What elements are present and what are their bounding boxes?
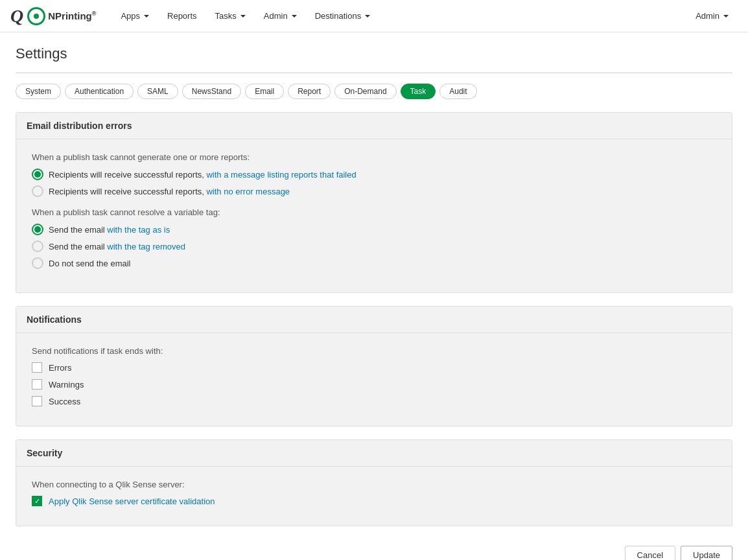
nav-item-admin[interactable]: Admin	[255, 0, 306, 32]
radio-label-tag-removed[interactable]: Send the email with the tag removed	[49, 242, 185, 251]
radio-group-2: Send the email with the tag as is Send t…	[32, 224, 716, 269]
checkbox-label-errors[interactable]: Errors	[49, 363, 71, 373]
navbar: Q NPrinting® Apps Reports Tasks Admin De…	[0, 0, 748, 32]
checkbox-cert-validation[interactable]	[32, 496, 42, 506]
radio-label-no-error[interactable]: Recipients will receive successful repor…	[49, 187, 290, 196]
checkbox-group-security: Apply Qlik Sense server certificate vali…	[32, 496, 716, 506]
footer-buttons: Cancel Update	[16, 539, 732, 560]
qlik-circle-icon	[27, 7, 45, 25]
nav-user[interactable]: Admin	[686, 0, 738, 32]
radio-label-do-not-send[interactable]: Do not send the email	[49, 259, 130, 268]
qlik-logo: Q	[10, 6, 45, 27]
email-errors-body: When a publish task cannot generate one …	[16, 139, 732, 292]
checkbox-label-warnings[interactable]: Warnings	[49, 380, 84, 390]
radio-tag-as-is[interactable]	[32, 224, 43, 235]
radio-label-tag-as-is[interactable]: Send the email with the tag as is	[49, 225, 170, 235]
admin-caret-icon	[292, 15, 297, 18]
question-generate-reports: When a publish task cannot generate one …	[32, 152, 716, 162]
checkbox-errors[interactable]	[32, 362, 42, 373]
user-menu[interactable]: Admin	[686, 0, 738, 32]
radio-item-do-not-send: Do not send the email	[32, 257, 716, 269]
page-content: Settings System Authentication SAML News…	[0, 32, 748, 560]
notifications-header: Notifications	[16, 307, 732, 333]
question-variable-tag: When a publish task cannot resolve a var…	[32, 207, 716, 217]
radio-no-error[interactable]	[32, 185, 43, 197]
checkbox-success[interactable]	[32, 396, 42, 406]
nav-item-reports[interactable]: Reports	[158, 0, 206, 32]
page-title: Settings	[16, 45, 732, 62]
checkbox-item-errors: Errors	[32, 362, 716, 373]
tab-email[interactable]: Email	[245, 84, 284, 99]
user-caret-icon	[723, 15, 729, 18]
brand-logo: Q NPrinting®	[10, 6, 96, 27]
tab-report[interactable]: Report	[288, 84, 331, 99]
radio-item-tag-as-is: Send the email with the tag as is	[32, 224, 716, 235]
checkbox-group-notifications: Errors Warnings Success	[32, 362, 716, 406]
tab-audit[interactable]: Audit	[439, 84, 476, 99]
checkbox-label-success[interactable]: Success	[49, 397, 80, 406]
question-security: When connecting to a Qlik Sense server:	[32, 480, 716, 489]
tasks-caret-icon	[240, 15, 246, 18]
radio-tag-removed[interactable]	[32, 240, 43, 252]
nav-items: Apps Reports Tasks Admin Destinations	[111, 0, 686, 32]
tab-system[interactable]: System	[16, 84, 61, 99]
radio-label-with-message[interactable]: Recipients will receive successful repor…	[49, 170, 356, 180]
question-notifications: Send notifications if task ends with:	[32, 346, 716, 356]
radio-item-no-error: Recipients will receive successful repor…	[32, 185, 716, 197]
radio-with-message[interactable]	[32, 169, 43, 180]
destinations-caret-icon	[365, 15, 370, 18]
notifications-body: Send notifications if task ends with: Er…	[16, 333, 732, 426]
radio-item-with-message: Recipients will receive successful repor…	[32, 169, 716, 180]
tab-newsstand[interactable]: NewsStand	[182, 84, 241, 99]
security-body: When connecting to a Qlik Sense server: …	[16, 467, 732, 526]
update-button[interactable]: Update	[681, 546, 732, 560]
nav-item-tasks[interactable]: Tasks	[206, 0, 255, 32]
tab-task[interactable]: Task	[401, 84, 436, 99]
brand-name: NPrinting®	[48, 10, 96, 21]
settings-divider	[16, 73, 732, 73]
nav-item-destinations[interactable]: Destinations	[306, 0, 380, 32]
checkbox-item-cert-validation: Apply Qlik Sense server certificate vali…	[32, 496, 716, 506]
radio-item-tag-removed: Send the email with the tag removed	[32, 240, 716, 252]
cancel-button[interactable]: Cancel	[625, 546, 675, 560]
tab-saml[interactable]: SAML	[137, 84, 178, 99]
tab-on-demand[interactable]: On-Demand	[334, 84, 396, 99]
email-errors-header: Email distribution errors	[16, 113, 732, 139]
security-section: Security When connecting to a Qlik Sense…	[16, 439, 732, 526]
tab-authentication[interactable]: Authentication	[65, 84, 134, 99]
apps-caret-icon	[144, 15, 149, 18]
checkbox-warnings[interactable]	[32, 379, 42, 390]
checkbox-item-success: Success	[32, 396, 716, 406]
nav-item-apps[interactable]: Apps	[111, 0, 158, 32]
checkbox-item-warnings: Warnings	[32, 379, 716, 390]
qlik-q-text: Q	[10, 6, 23, 27]
settings-tabs: System Authentication SAML NewsStand Ema…	[16, 84, 732, 99]
security-header: Security	[16, 440, 732, 467]
notifications-section: Notifications Send notifications if task…	[16, 306, 732, 426]
email-distribution-errors-section: Email distribution errors When a publish…	[16, 112, 732, 293]
radio-do-not-send[interactable]	[32, 257, 43, 269]
checkbox-label-cert-validation[interactable]: Apply Qlik Sense server certificate vali…	[49, 496, 215, 506]
radio-group-1: Recipients will receive successful repor…	[32, 169, 716, 197]
